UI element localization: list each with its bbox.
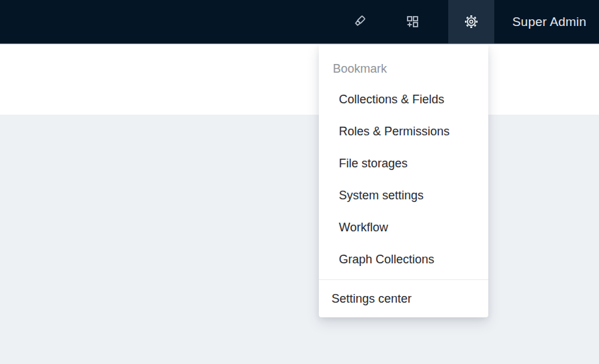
menu-item-settings-center[interactable]: Settings center <box>319 280 488 317</box>
highlighter-icon <box>351 13 368 30</box>
top-navigation-bar: Super Admin <box>0 0 599 44</box>
ui-editor-button[interactable] <box>338 0 380 43</box>
bookmark-menu-group: Bookmark Collections & Fields Roles & Pe… <box>319 45 488 279</box>
menu-item-workflow[interactable]: Workflow <box>319 211 488 243</box>
menu-item-file-storages[interactable]: File storages <box>319 147 488 179</box>
menu-item-collections-and-fields[interactable]: Collections & Fields <box>319 83 488 115</box>
user-menu[interactable]: Super Admin <box>494 0 599 43</box>
settings-dropdown-menu: Bookmark Collections & Fields Roles & Pe… <box>319 45 488 317</box>
menu-item-graph-collections[interactable]: Graph Collections <box>319 243 488 275</box>
menu-item-system-settings[interactable]: System settings <box>319 179 488 211</box>
page-header-band <box>0 45 599 115</box>
gear-icon <box>464 14 479 29</box>
menu-group-title-bookmark: Bookmark <box>319 54 488 83</box>
page-background <box>0 115 599 364</box>
grid-plus-icon <box>406 15 420 29</box>
settings-button[interactable] <box>448 0 494 43</box>
plugin-manager-button[interactable] <box>391 0 434 43</box>
menu-item-roles-and-permissions[interactable]: Roles & Permissions <box>319 115 488 147</box>
